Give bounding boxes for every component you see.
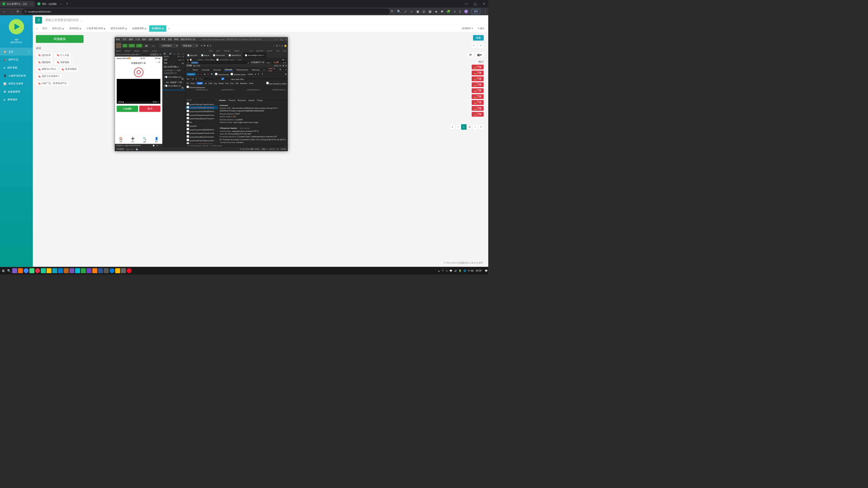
device-select[interactable]: iPhone 6/7/8 Plus 85% 26 ▾ xyxy=(116,54,139,56)
task-app[interactable] xyxy=(46,268,52,273)
nav-right[interactable]: → xyxy=(478,43,484,48)
report-module-button[interactable]: 举报模块 xyxy=(36,35,84,43)
net-type-filter[interactable]: Manifest xyxy=(240,82,247,84)
close-icon[interactable]: ⊗ xyxy=(144,27,146,30)
compile-icon[interactable]: ⟳ xyxy=(201,44,202,47)
hide-data-urls-checkbox[interactable]: Hide data URLs xyxy=(215,78,244,80)
net-type-filter[interactable]: WS xyxy=(235,82,238,84)
video-player[interactable]: 00:00 ▶ 00:00 ⛶ xyxy=(117,79,160,104)
page-tab[interactable]: 短视频管理⊗ xyxy=(130,25,149,32)
tabbar-item[interactable]: 🏠首页 xyxy=(115,135,127,144)
menu-item[interactable]: 微信开发者工具 xyxy=(181,38,195,40)
close-button[interactable]: × xyxy=(479,2,488,6)
task-app[interactable] xyxy=(35,268,40,273)
clear-icon[interactable]: ⊘ xyxy=(204,73,205,75)
tree-item[interactable]: title: '请选择一个滤镜模板.. xyxy=(162,80,185,84)
tray-icon[interactable]: 🔊 xyxy=(454,269,457,272)
takedown-button[interactable]: 📥下架 xyxy=(472,106,484,111)
eye-icon[interactable]: 👁 xyxy=(156,145,158,147)
network-request-row[interactable]: queryIsFollowed?userId=null&fanId=2.. xyxy=(185,113,218,117)
takedown-button[interactable]: 📥下架 xyxy=(472,88,484,93)
gear-icon[interactable]: ⚙ xyxy=(285,73,287,75)
compile-select[interactable]: 普通编译 xyxy=(181,43,199,47)
close-icon[interactable]: × xyxy=(31,2,33,5)
page-button[interactable]: » xyxy=(478,124,484,130)
page-tab[interactable]: 邮件系统⊗ xyxy=(67,25,84,32)
editor-tab[interactable]: 📄 videoInfo.js xyxy=(226,53,243,58)
task-app[interactable] xyxy=(86,268,92,273)
sidebar-user[interactable]: xyf 超级管理员▾ xyxy=(0,38,33,44)
net-type-filter[interactable]: Doc xyxy=(231,82,234,84)
page-button[interactable]: › xyxy=(473,124,478,130)
close-icon[interactable]: × xyxy=(60,2,62,5)
task-app[interactable] xyxy=(110,268,115,273)
network-request-row[interactable]: list xyxy=(185,120,218,124)
net-type-filter[interactable]: XHR xyxy=(197,82,203,84)
search-taskbar[interactable]: 🔍 xyxy=(6,268,12,273)
tree-item[interactable] xyxy=(162,89,185,90)
takedown-button[interactable]: 📥下架 xyxy=(472,112,484,117)
browser-tab-qqmail[interactable]: 警告 - QQ邮箱 × xyxy=(35,1,64,7)
task-app[interactable] xyxy=(64,268,69,273)
tray-icon[interactable]: 🛡 xyxy=(442,269,444,272)
zoom-icon[interactable]: 🔍 xyxy=(397,9,401,13)
tag-chip[interactable]: 🔖侵犯隐私 xyxy=(36,60,53,65)
ext4-icon[interactable]: ◈ xyxy=(435,9,437,13)
mode-select[interactable]: 小程序模式 xyxy=(159,43,179,47)
network-request-row[interactable]: queryIsFollowed?userId=null&fanId=2.. xyxy=(185,131,218,135)
network-request-row[interactable]: queryVideosByUser?userId=23063084.. xyxy=(185,117,218,120)
copy-icon[interactable]: 📋 xyxy=(153,145,155,147)
task-app[interactable] xyxy=(115,268,120,273)
page-path[interactable]: 页面路径 ▸ pages/upload/upload xyxy=(116,144,141,147)
tag-chip[interactable]: 🔖恶意引导未成年人 xyxy=(36,74,62,79)
mode-branch-button[interactable]: ⎇ xyxy=(136,44,142,47)
takedown-button[interactable]: 📥下架 xyxy=(472,94,484,99)
menu-item[interactable]: 工具 xyxy=(135,38,139,40)
tabs-prev[interactable]: « xyxy=(34,27,40,30)
task-app[interactable] xyxy=(121,268,126,273)
close-operations[interactable]: 关闭操作 ▾ xyxy=(459,27,475,30)
tray-icon[interactable]: ☁ xyxy=(438,269,440,272)
editor-tab[interactable]: 📄 chooseBgm.wxml × xyxy=(243,53,266,58)
net-type-filter[interactable]: JS xyxy=(204,82,207,84)
upload-icon[interactable]: ↥ xyxy=(258,73,259,75)
notifications-icon[interactable]: 💬 xyxy=(485,269,488,272)
ver-button[interactable]: ⎘ xyxy=(276,44,278,47)
page-button[interactable]: 2 xyxy=(467,124,472,130)
menu-icon[interactable]: ≡ xyxy=(454,10,456,13)
mode-cloud-button[interactable]: ☁ xyxy=(150,44,156,47)
devpanel-tab[interactable]: Sources xyxy=(213,68,222,71)
msg-button[interactable]: 🔔 xyxy=(284,44,287,47)
search-icon[interactable]: 🔍 xyxy=(211,73,213,75)
disable-cache-checkbox[interactable]: Disable cache xyxy=(231,73,245,76)
throttle-select[interactable]: Online xyxy=(248,73,253,75)
back-button[interactable]: ← xyxy=(2,10,7,13)
mode-vis-button[interactable]: ▦ xyxy=(143,44,149,47)
net-type-filter[interactable]: Font xyxy=(225,82,229,84)
tree-item[interactable]: ▾ 📄 chooseBgm.wxml...1 xyxy=(162,84,185,89)
fullscreen-icon[interactable]: ⛶ xyxy=(157,101,159,103)
task-app[interactable] xyxy=(75,268,80,273)
task-app[interactable] xyxy=(24,268,29,273)
net-type-filter[interactable]: Cloud xyxy=(190,82,195,84)
net-type-filter[interactable]: Img xyxy=(214,82,217,84)
menu-item[interactable]: 项目 xyxy=(116,38,120,40)
menu-item[interactable]: 帮助 xyxy=(174,38,178,40)
tag-chip[interactable]: 🔖违法犯罪 xyxy=(36,53,53,58)
network-request-row[interactable]: queryPublisher?loginUserId=23063084 xyxy=(185,102,218,106)
page-tab[interactable]: 举报模块⊗ xyxy=(149,25,166,32)
refresh-button[interactable]: ⟳ xyxy=(467,52,474,58)
network-timeline[interactable]: 500000000000 ms 1000000000000 ms 1500000… xyxy=(185,89,288,98)
ext-puzzle-icon[interactable]: 🧩 xyxy=(447,9,450,13)
takedown-button[interactable]: 📥下架 xyxy=(472,100,484,105)
task-app[interactable] xyxy=(41,268,46,273)
menu-item[interactable]: 编辑 xyxy=(129,38,133,40)
share-icon[interactable]: ⇱ xyxy=(391,9,393,13)
minimize-button[interactable]: — xyxy=(462,2,471,6)
reload-button[interactable]: ⟳ xyxy=(15,9,21,13)
detail-tab[interactable]: Preview xyxy=(229,99,235,101)
detail-tab[interactable]: Response xyxy=(238,99,246,101)
tag-chip[interactable]: 🔖垃圾广告，售卖低荐产品 xyxy=(36,81,69,86)
tabbar-item[interactable]: 🔍搜索 xyxy=(139,135,151,144)
preserve-log-checkbox[interactable]: Preserve log xyxy=(215,73,229,76)
